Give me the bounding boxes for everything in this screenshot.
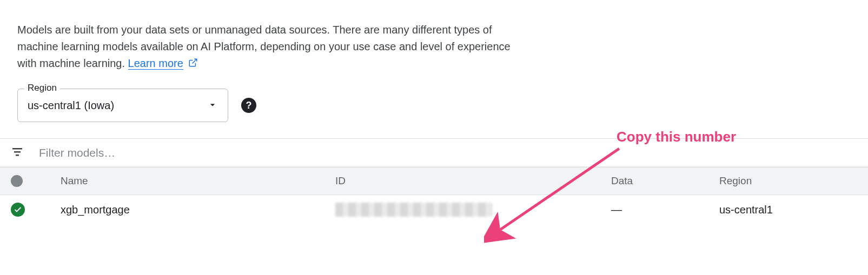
model-id-redacted (335, 203, 492, 217)
region-value: us-central1 (Iowa) (28, 99, 207, 112)
column-header-data[interactable]: Data (611, 175, 719, 187)
svg-rect-3 (16, 155, 19, 156)
region-select[interactable]: Region us-central1 (Iowa) (17, 89, 228, 122)
description-text: Models are built from your data sets or … (0, 0, 535, 83)
region-label: Region (24, 83, 60, 93)
column-header-name[interactable]: Name (49, 175, 335, 187)
chevron-down-icon (207, 99, 218, 112)
svg-line-0 (193, 59, 197, 63)
svg-rect-1 (12, 148, 22, 150)
model-region: us-central1 (719, 204, 857, 216)
table-header: Name ID Data Region (0, 167, 868, 195)
table-row[interactable]: xgb_mortgage — us-central1 (0, 195, 868, 224)
check-icon (11, 203, 25, 217)
description-body: Models are built from your data sets or … (17, 24, 511, 69)
external-link-icon (188, 56, 198, 72)
filter-input[interactable] (39, 146, 857, 159)
column-header-id[interactable]: ID (335, 175, 611, 187)
status-header-dot (11, 175, 23, 187)
filter-bar (0, 138, 868, 167)
help-icon[interactable]: ? (241, 98, 256, 113)
model-data: — (611, 204, 719, 216)
filter-icon (11, 145, 24, 160)
svg-rect-2 (14, 151, 21, 153)
model-name: xgb_mortgage (49, 204, 335, 216)
learn-more-link[interactable]: Learn more (128, 57, 183, 70)
column-header-region[interactable]: Region (719, 175, 857, 187)
